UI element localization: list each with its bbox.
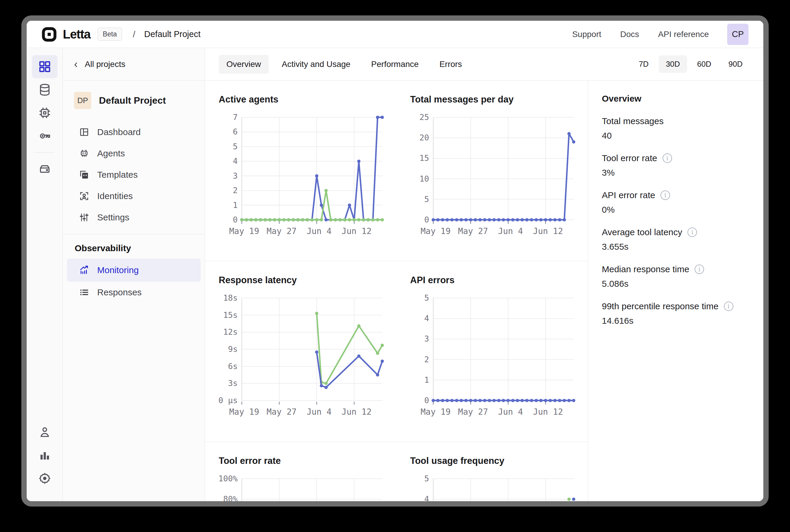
rail-divider [35, 152, 55, 153]
sidebar-item-agents[interactable]: Agents [67, 143, 201, 164]
time-range-group: 7D 30D 60D 90D [629, 55, 750, 73]
svg-text:12s: 12s [223, 327, 238, 337]
chart-title: Tool error rate [219, 456, 388, 466]
stat-99th-percentile-response-time: 99th percentile response time i 14.616s [602, 301, 754, 326]
svg-text:Jun 12: Jun 12 [533, 226, 563, 236]
list-icon [79, 287, 90, 298]
sidebar-item-responses[interactable]: Responses [67, 282, 201, 303]
gear-icon [38, 472, 52, 485]
svg-text:10: 10 [419, 174, 429, 183]
stat-value: 40 [602, 131, 754, 141]
info-icon[interactable]: i [663, 153, 672, 163]
svg-text:Jun 12: Jun 12 [342, 226, 372, 236]
stat-label: API error rate [602, 190, 655, 200]
svg-text:4: 4 [424, 494, 429, 501]
api-reference-link[interactable]: API reference [658, 30, 709, 39]
range-60d[interactable]: 60D [690, 55, 719, 73]
svg-text:May 27: May 27 [267, 226, 297, 236]
tab-activity-and-usage[interactable]: Activity and Usage [274, 55, 358, 74]
svg-text:15: 15 [419, 153, 429, 163]
stat-label: Average tool latency [602, 227, 682, 237]
user-avatar[interactable]: CP [727, 24, 749, 45]
info-icon[interactable]: i [724, 302, 733, 311]
svg-text:Jun 4: Jun 4 [307, 407, 332, 417]
monitoring-chart-icon [79, 265, 90, 276]
stat-value: 0% [602, 205, 754, 215]
project-row[interactable]: DP Default Project [63, 80, 205, 117]
rail-deployments-item[interactable] [32, 157, 57, 180]
svg-text:Jun 4: Jun 4 [307, 226, 332, 236]
rail-account-item[interactable] [32, 421, 57, 444]
info-icon[interactable]: i [688, 228, 697, 237]
identity-icon [79, 191, 90, 202]
total-messages-card: Total messages per day 0510152025May 19M… [396, 80, 588, 261]
person-icon [38, 425, 52, 439]
info-icon[interactable]: i [695, 265, 704, 274]
chip-icon [38, 106, 52, 120]
tab-performance[interactable]: Performance [363, 55, 427, 74]
svg-text:9s: 9s [228, 344, 238, 354]
rail-data-item[interactable] [32, 78, 57, 101]
docs-link[interactable]: Docs [620, 30, 639, 39]
svg-text:0 µs: 0 µs [219, 396, 238, 405]
project-sidebar: ‹ All projects DP Default Project Dashbo… [63, 48, 205, 501]
svg-text:20: 20 [419, 133, 429, 142]
svg-text:May 27: May 27 [458, 226, 488, 236]
svg-text:18s: 18s [223, 293, 238, 302]
sidebar-divider [63, 234, 205, 234]
sidebar-item-dashboard[interactable]: Dashboard [67, 121, 201, 143]
svg-text:May 19: May 19 [229, 407, 259, 417]
dashboard-icon [79, 127, 90, 137]
rail-compute-item[interactable] [32, 101, 57, 125]
sidebar-item-label: Settings [97, 212, 129, 223]
svg-text:6: 6 [233, 127, 238, 136]
breadcrumb[interactable]: Default Project [144, 29, 201, 39]
all-projects-back[interactable]: ‹ All projects [63, 48, 205, 80]
stat-total-messages: Total messages 40 [602, 116, 754, 141]
sidebar-item-templates[interactable]: Templates [67, 164, 201, 186]
svg-text:3: 3 [424, 334, 429, 343]
svg-text:15s: 15s [223, 310, 238, 320]
stat-label: 99th percentile response time [602, 301, 719, 311]
svg-text:3s: 3s [228, 379, 238, 388]
active-agents-card: Active agents 01234567May 19May 27Jun 4J… [205, 80, 396, 261]
app-window: Letta Beta / Default Project Support Doc… [21, 15, 769, 507]
rail-settings-item[interactable] [32, 467, 57, 490]
brand-group[interactable]: Letta Beta [41, 27, 122, 42]
stat-value: 3.655s [602, 242, 754, 252]
project-avatar: DP [74, 92, 91, 109]
brand-name: Letta [63, 27, 90, 41]
tabs-row: Overview Activity and Usage Performance … [205, 48, 763, 80]
svg-text:3: 3 [233, 171, 238, 180]
rail-api-keys-item[interactable] [32, 125, 57, 148]
total-messages-chart: 0510152025May 19May 27Jun 4Jun 12 [410, 113, 579, 242]
sidebar-item-label: Agents [97, 148, 125, 158]
svg-text:May 19: May 19 [420, 226, 450, 236]
breadcrumb-separator: / [133, 29, 135, 39]
svg-text:Jun 4: Jun 4 [498, 407, 523, 417]
tab-overview[interactable]: Overview [219, 55, 269, 74]
svg-text:5: 5 [424, 293, 429, 302]
svg-text:5: 5 [424, 195, 429, 204]
rail-usage-item[interactable] [32, 444, 57, 467]
sidebar-item-identities[interactable]: Identities [67, 186, 201, 207]
sidebar-item-settings[interactable]: Settings [67, 207, 201, 228]
range-30d[interactable]: 30D [659, 55, 687, 73]
rail-projects-item[interactable] [32, 55, 57, 78]
svg-text:2: 2 [424, 355, 429, 364]
svg-text:Jun 12: Jun 12 [533, 407, 563, 417]
info-icon[interactable]: i [660, 190, 670, 200]
support-link[interactable]: Support [572, 30, 601, 39]
sidebar-item-label: Templates [97, 170, 138, 180]
range-7d[interactable]: 7D [632, 55, 656, 73]
stat-label: Total messages [602, 116, 663, 126]
sidebar-item-monitoring[interactable]: Monitoring [67, 259, 201, 282]
chart-title: Response latency [219, 275, 388, 286]
tab-errors[interactable]: Errors [432, 55, 470, 74]
stat-median-response-time: Median response time i 5.086s [602, 264, 754, 289]
sliders-icon [79, 212, 90, 223]
observability-section-label: Observability [63, 240, 205, 259]
range-90d[interactable]: 90D [721, 55, 750, 73]
svg-text:May 19: May 19 [229, 226, 259, 236]
svg-text:100%: 100% [219, 474, 238, 483]
